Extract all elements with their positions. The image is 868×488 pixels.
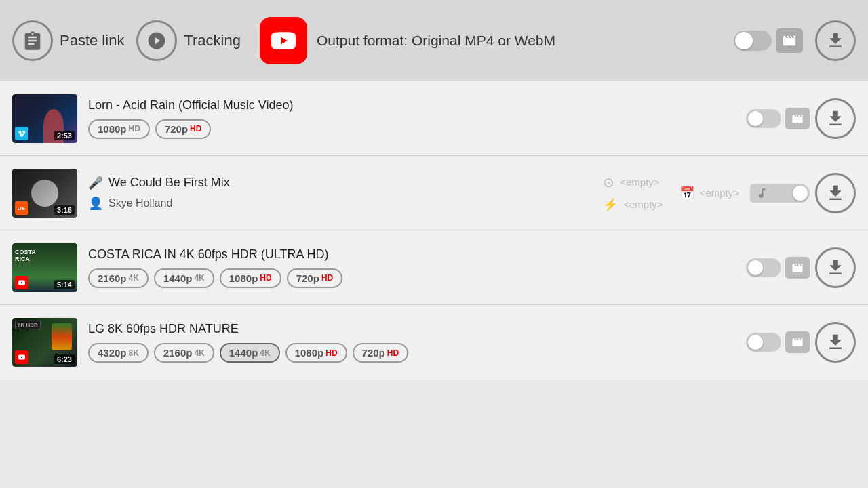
item-download-button-sc[interactable] [815,173,856,214]
output-format-label: Output format: Original MP4 or WebM [317,33,555,49]
item-toggle-wrap-cr [746,257,810,279]
output-format-button[interactable]: Output format: Original MP4 or WebM [260,17,555,64]
item-download-button[interactable] [815,98,856,139]
thumbnail-lg8k: 8K HDR 6:23 [12,318,77,367]
quality-1080p[interactable]: 1080pHD [88,119,150,139]
quality-1080p-cr[interactable]: 1080pHD [220,268,281,288]
youtube-badge-cr [15,276,28,289]
version-field: ⚡ <empty> [603,197,663,212]
quality-720p[interactable]: 720pHD [155,119,212,139]
thumbnail-costa-rica: COSTARICA 5:14 [12,243,77,292]
item-controls-soundcloud [750,173,856,214]
music-icon [750,184,774,203]
paste-link-icon [12,20,53,61]
quality-badges-acid-rain: 1080pHD 720pHD [88,119,735,139]
item-info-soundcloud: 🎤 We Could Be First Mix 👤 Skye Holland ⊙… [88,174,739,212]
list-item-costa-rica: COSTARICA 5:14 COSTA RICA IN 4K 60fps HD… [0,230,868,305]
svg-point-1 [159,35,162,39]
quality-badges-cr: 2160p4K 1440p4K 1080pHD 720pHD [88,268,735,288]
thumbnail-acid-rain: 2:53 [12,94,77,143]
calendar-field: 📅 <empty> [679,186,739,201]
item-film-icon [785,108,810,129]
item-controls-lg8k [746,322,856,363]
item-controls-cr [746,247,856,288]
8k-text-badge: 8K HDR [15,321,41,329]
video-toggle-wrap [734,28,803,53]
track-author: Skye Holland [108,197,172,209]
list-item-lg8k: 8K HDR 6:23 LG 8K 60fps HDR NATURE 4320p… [0,305,868,380]
tracking-label: Tracking [184,32,241,49]
paste-link-button[interactable]: Paste link [12,20,124,61]
list-item-soundcloud: 3:16 🎤 We Could Be First Mix 👤 Skye Holl… [0,156,868,230]
person-icon: 👤 [88,196,103,211]
quality-720p-lg[interactable]: 720pHD [353,343,409,363]
video-list: 2:53 Lorn - Acid Rain (Official Music Vi… [0,81,868,380]
item-video-toggle-lg8k[interactable] [746,333,781,352]
item-video-toggle-cr[interactable] [746,258,781,277]
quality-badges-lg8k: 4320p8K 2160p4K 1440p4K 1080pHD 720pHD [88,343,735,363]
duration-lg8k: 6:23 [54,354,75,364]
tracking-icon [136,20,177,61]
vimeo-badge [15,127,28,140]
item-film-icon-cr [785,257,810,279]
svg-point-2 [152,42,155,45]
item-controls-acid-rain [746,98,856,139]
download-button[interactable] [815,20,856,61]
item-download-button-lg8k[interactable] [815,322,856,363]
quality-4320p[interactable]: 4320p8K [88,343,149,363]
tracking-button[interactable]: Tracking [136,20,241,61]
quality-1440p-lg[interactable]: 1440p4K [220,343,280,363]
thumbnail-soundcloud: 3:16 [12,169,77,218]
track-title: We Could Be First Mix [108,176,230,190]
quality-2160p-lg[interactable]: 2160p4K [154,343,214,363]
youtube-badge-lg [15,350,28,364]
item-toggle-wrap-lg8k [746,331,810,353]
music-audio-toggle[interactable] [774,184,810,203]
svg-point-3 [159,42,162,45]
quality-720p-cr[interactable]: 720pHD [287,268,343,288]
meta-title-row: 🎤 We Could Be First Mix [88,176,587,190]
thumb-cr-text: COSTARICA [15,249,36,264]
item-info-cr: COSTA RICA IN 4K 60fps HDR (ULTRA HD) 21… [88,247,735,288]
meta-col-right: ⊙ <empty> ⚡ <empty> [603,174,663,212]
video-toggle[interactable] [734,30,772,51]
list-item: 2:53 Lorn - Acid Rain (Official Music Vi… [0,81,868,156]
item-video-toggle[interactable] [746,109,781,128]
youtube-logo [260,17,307,64]
quality-1080p-lg[interactable]: 1080pHD [285,343,347,363]
meta-row: 🎤 We Could Be First Mix 👤 Skye Holland ⊙… [88,174,739,212]
soundcloud-badge [15,201,28,215]
microphone-icon: 🎤 [88,176,103,190]
paste-link-label: Paste link [60,32,124,49]
item-film-icon-lg8k [785,331,810,353]
track-field: ⊙ <empty> [603,174,663,190]
svg-point-0 [152,35,155,39]
film-icon [776,28,803,53]
item-download-button-cr[interactable] [815,247,856,288]
duration-acid-rain: 2:53 [54,131,75,140]
item-title-cr: COSTA RICA IN 4K 60fps HDR (ULTRA HD) [88,247,735,262]
item-info-lg8k: LG 8K 60fps HDR NATURE 4320p8K 2160p4K 1… [88,322,735,363]
toolbar: Paste link Tracking Output format: Origi… [0,0,868,81]
duration-cr: 5:14 [54,280,75,289]
quality-2160p[interactable]: 2160p4K [88,268,149,288]
item-title-acid-rain: Lorn - Acid Rain (Official Music Video) [88,98,735,113]
meta-subtitle-row: 👤 Skye Holland [88,196,587,211]
meta-col-calendar: 📅 <empty> [679,186,739,201]
item-toggle-wrap [746,108,810,129]
meta-col-left: 🎤 We Could Be First Mix 👤 Skye Holland [88,176,587,211]
quality-1440p[interactable]: 1440p4K [154,268,214,288]
item-title-lg8k: LG 8K 60fps HDR NATURE [88,322,735,336]
duration-soundcloud: 3:16 [54,205,75,215]
music-toggle-wrap [750,184,810,203]
item-info-acid-rain: Lorn - Acid Rain (Official Music Video) … [88,98,735,139]
